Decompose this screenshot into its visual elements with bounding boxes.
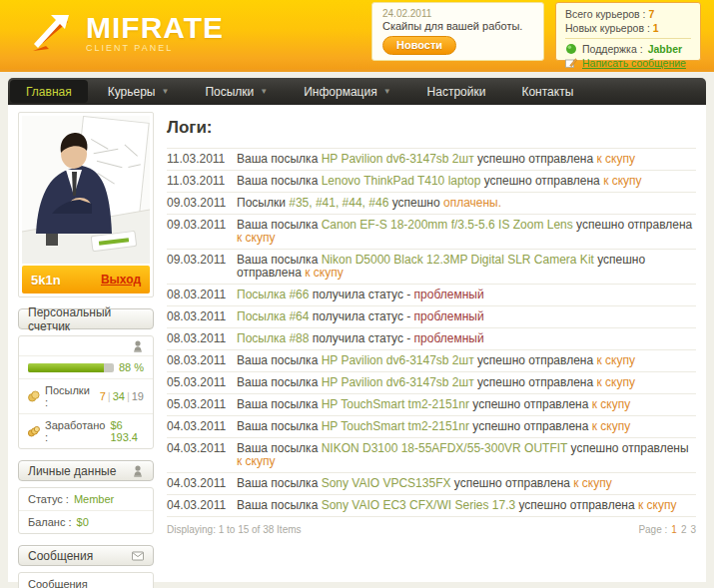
page-title: Логи: (167, 118, 696, 138)
couriers-new-label: Новых курьеров : (565, 22, 653, 34)
log-status: проблемный (414, 288, 484, 301)
personal-section-title: Личные данные (28, 464, 116, 478)
nav-item-parcels[interactable]: Посылки▼ (187, 78, 286, 105)
logo: MIFRATE CLIENT PANEL (26, 10, 224, 56)
support-value: Jabber (648, 43, 682, 55)
log-message: Ваша посылка HP Pavilion dv6-3147sb 2шт … (237, 376, 696, 389)
log-date: 11.03.2011 (167, 153, 237, 166)
log-text-segment: получила статус - (309, 309, 413, 323)
log-row: 08.03.2011Ваша посылка HP Pavilion dv6-3… (167, 350, 696, 372)
log-link[interactable]: оплачены. (443, 196, 501, 210)
log-row: 04.03.2011Ваша посылка Sony VAIO VPCS135… (167, 473, 696, 495)
log-message: Посылка #64 получила статус - проблемный (237, 310, 696, 323)
log-date: 04.03.2011 (167, 442, 237, 468)
log-text-segment: успешно отправлена (573, 218, 692, 232)
chevron-down-icon: ▼ (161, 87, 169, 96)
progress-label: 88 % (119, 361, 144, 373)
logout-link[interactable]: Выход (101, 273, 141, 287)
log-date: 09.03.2011 (167, 197, 237, 210)
log-date: 04.03.2011 (167, 499, 237, 512)
log-link[interactable]: к скупу (237, 231, 275, 245)
log-text-segment: Ваша посылка (237, 253, 322, 267)
log-message: Ваша посылка Lenovo ThinkPad T410 laptop… (237, 175, 696, 188)
log-link[interactable]: к скупу (592, 419, 630, 433)
log-date: 09.03.2011 (167, 219, 237, 245)
nav-item-information[interactable]: Информация▼ (286, 78, 408, 105)
log-row: 08.03.2011Посылка #64 получила статус - … (167, 306, 696, 328)
logo-title: MIFRATE (86, 14, 224, 42)
log-product: Nikon D5000 Black 12.3MP Digital SLR Cam… (322, 253, 594, 267)
log-link[interactable]: к скупу (592, 397, 630, 411)
log-date: 04.03.2011 (167, 477, 237, 490)
log-link[interactable]: к скупу (596, 375, 634, 389)
log-date: 08.03.2011 (167, 289, 237, 301)
log-row: 04.03.2011Ваша посылка Sony VAIO EC3 CFX… (167, 495, 696, 517)
log-link[interactable]: к скупу (573, 476, 611, 490)
log-date: 09.03.2011 (167, 254, 237, 280)
log-product: Посылка #88 (237, 331, 309, 345)
log-text-segment: Ваша посылка (237, 375, 322, 389)
log-row: 09.03.2011Ваша посылка Nikon D5000 Black… (167, 250, 696, 285)
log-text-segment: успешно отправлены (567, 441, 688, 455)
log-product: Sony VAIO EC3 CFX/WI Series 17.3 (322, 498, 516, 512)
log-row: 05.03.2011Ваша посылка HP TouchSmart tm2… (167, 394, 696, 416)
news-date: 24.02.2011 (382, 8, 533, 19)
log-text-segment: Посылки (237, 196, 289, 210)
log-date: 04.03.2011 (167, 420, 237, 433)
log-message: Ваша посылка NIKON D3100 18-55AFDX/55-30… (237, 442, 696, 468)
page-number-2[interactable]: 2 (681, 524, 687, 535)
messages-item[interactable]: Сообщения (19, 573, 153, 588)
logo-text: MIFRATE CLIENT PANEL (86, 14, 224, 53)
log-text-segment: успешно (388, 196, 443, 210)
parcels-counter-value: 34 (113, 390, 125, 402)
log-date: 05.03.2011 (167, 398, 237, 411)
couriers-total-value: 7 (648, 8, 654, 20)
log-message: Ваша посылка HP TouchSmart tm2-2151nr ус… (237, 398, 696, 411)
log-date: 08.03.2011 (167, 332, 237, 345)
earned-label: Заработано : (45, 419, 105, 443)
page-number-3[interactable]: 3 (690, 524, 696, 535)
header: MIFRATE CLIENT PANEL 24.02.2011 Скайпы д… (0, 0, 714, 72)
log-row: 05.03.2011Ваша посылка HP Pavilion dv6-3… (167, 372, 696, 394)
balance-label: Баланс : (28, 516, 72, 528)
log-link[interactable]: к скупу (596, 353, 634, 367)
write-message-link[interactable]: Написать сообщение (582, 57, 686, 69)
money-icon (28, 425, 40, 437)
balance-row: Баланс : $0 (19, 510, 153, 533)
nav-item-contacts[interactable]: Контакты (503, 78, 591, 105)
nav-item-label: Курьеры (108, 85, 156, 99)
nav-item-settings[interactable]: Настройки (409, 78, 504, 105)
progress-row: 88 % (19, 355, 153, 378)
log-message: Ваша посылка Nikon D5000 Black 12.3MP Di… (237, 254, 696, 280)
news-button[interactable]: Новости (382, 36, 456, 55)
log-text-segment: получила статус - (309, 288, 413, 301)
user-bar: 5k1n Выход (22, 266, 150, 294)
log-link[interactable]: к скупу (638, 498, 676, 512)
log-message: Ваша посылка Canon EF-S 18-200mm f/3.5-5… (237, 219, 696, 245)
log-text-segment: успешно отправлена (480, 174, 603, 188)
log-text-segment: Ваша посылка (237, 397, 322, 411)
log-link[interactable]: к скупу (237, 454, 275, 468)
log-text-segment: успешно отправлена (474, 152, 597, 166)
logo-subtitle: CLIENT PANEL (86, 43, 224, 53)
nav-item-home[interactable]: Главная (10, 80, 88, 103)
log-product: Посылка #66 (237, 288, 309, 301)
log-message: Ваша посылка Sony VAIO EC3 CFX/WI Series… (237, 499, 696, 512)
news-message: Скайпы для вашей работы. (382, 20, 533, 32)
sidebar: 5k1n Выход Персональный счетчик 88 % Пос… (18, 112, 154, 574)
log-date: 11.03.2011 (167, 175, 237, 188)
counter-section-title: Персональный счетчик (28, 305, 144, 333)
news-box: 24.02.2011 Скайпы для вашей работы. Ново… (371, 2, 544, 61)
couriers-total-label: Всего курьеров : (565, 8, 648, 20)
nav-item-couriers[interactable]: Курьеры▼ (90, 78, 188, 105)
log-link[interactable]: к скупу (596, 152, 634, 166)
log-link[interactable]: к скупу (603, 174, 641, 188)
log-row: 08.03.2011Посылка #66 получила статус - … (167, 285, 696, 306)
couriers-new-value: 1 (653, 22, 659, 34)
status-label: Статус : (28, 493, 69, 505)
nav-item-label: Настройки (427, 85, 486, 99)
log-link[interactable]: к скупу (305, 266, 343, 280)
log-row: 11.03.2011Ваша посылка Lenovo ThinkPad T… (167, 171, 696, 193)
page-number-1[interactable]: 1 (671, 524, 677, 535)
parcels-counter-value: 19 (132, 390, 144, 402)
